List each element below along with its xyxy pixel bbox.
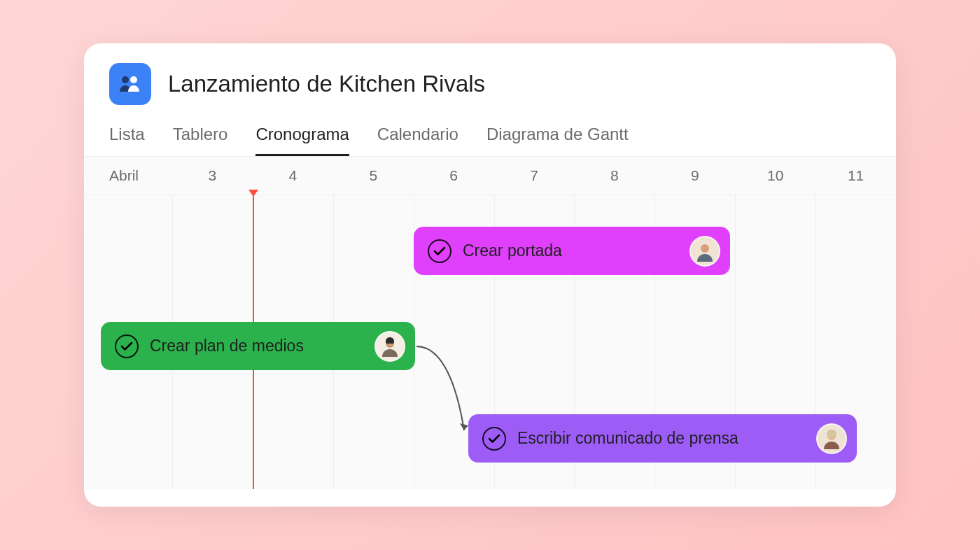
tab-tablero[interactable]: Tablero — [173, 125, 228, 156]
view-tabs: Lista Tablero Cronograma Calendario Diag… — [84, 125, 896, 156]
day-col: 3 — [172, 167, 253, 184]
task-label: Crear portada — [463, 241, 678, 260]
task-bar-plan-medios[interactable]: Crear plan de medios — [101, 322, 415, 370]
day-col: 6 — [414, 167, 494, 184]
project-title: Lanzamiento de Kitchen Rivals — [168, 71, 485, 97]
svg-point-1 — [130, 76, 137, 83]
check-icon[interactable] — [482, 427, 506, 451]
check-icon[interactable] — [428, 239, 451, 263]
day-col: 4 — [253, 167, 333, 184]
day-col: 8 — [574, 167, 654, 184]
task-bar-portada[interactable]: Crear portada — [414, 227, 730, 275]
day-col: 7 — [494, 167, 575, 184]
task-label: Crear plan de medios — [150, 337, 363, 355]
svg-point-0 — [122, 76, 129, 83]
day-col: 11 — [816, 167, 896, 184]
timeline-body[interactable]: Crear portada Crear plan de medios Escri… — [84, 195, 896, 489]
timeline-header: Abril 3 4 5 6 7 8 9 10 11 — [84, 156, 896, 195]
avatar[interactable] — [374, 331, 405, 362]
day-col: 9 — [654, 167, 735, 184]
day-col: 5 — [333, 167, 414, 184]
day-col: 10 — [735, 167, 816, 184]
avatar[interactable] — [816, 423, 847, 454]
tab-lista[interactable]: Lista — [109, 125, 145, 156]
tab-cronograma[interactable]: Cronograma — [255, 125, 349, 156]
project-icon — [109, 63, 151, 105]
task-label: Escribir comunicado de prensa — [517, 429, 805, 448]
header: Lanzamiento de Kitchen Rivals — [84, 43, 896, 105]
check-icon[interactable] — [115, 334, 139, 358]
svg-point-2 — [701, 244, 709, 253]
day-scale: 3 4 5 6 7 8 9 10 11 — [172, 167, 896, 184]
task-bar-comunicado[interactable]: Escribir comunicado de prensa — [468, 414, 857, 463]
month-label: Abril — [109, 167, 172, 184]
avatar[interactable] — [690, 236, 720, 267]
project-card: Lanzamiento de Kitchen Rivals Lista Tabl… — [84, 43, 896, 507]
tab-gantt[interactable]: Diagrama de Gantt — [486, 125, 629, 156]
tab-calendario[interactable]: Calendario — [377, 125, 458, 156]
